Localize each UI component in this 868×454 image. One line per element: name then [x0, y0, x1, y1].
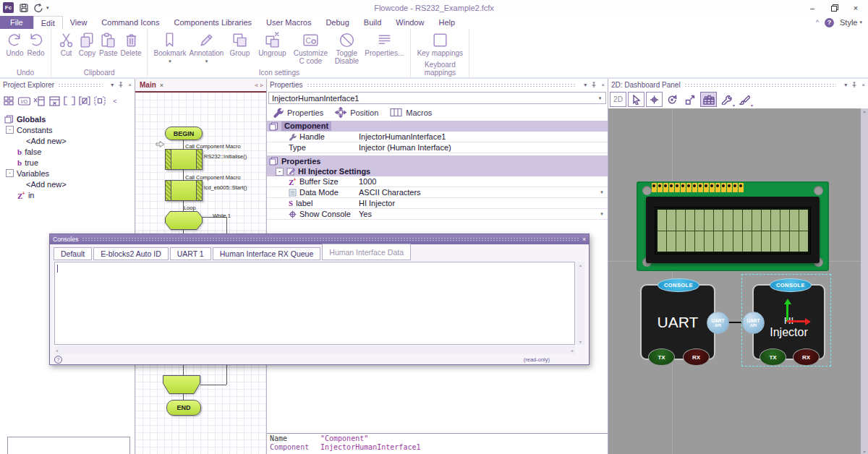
uart-console-badge[interactable]: CONSOLE	[658, 278, 699, 292]
pin-icon[interactable]	[118, 82, 124, 88]
property-row-handle[interactable]: Handle InjectorHumanInterface1	[267, 132, 608, 142]
menu-window[interactable]: Window	[388, 16, 431, 29]
collapse-expander-icon[interactable]: -	[6, 169, 14, 177]
tree-item-in[interactable]: Z+ in	[0, 189, 135, 200]
menu-command-icons[interactable]: Command Icons	[94, 16, 166, 29]
delete-variable-icon[interactable]	[33, 95, 46, 107]
dashboard-canvas[interactable]: CONSOLE UART TX RX UART API CONSOLE HI I…	[608, 108, 868, 454]
bookmark-button[interactable]: Bookmark ▾	[153, 31, 186, 65]
copy-button[interactable]: Copy	[78, 31, 96, 57]
tree-item-false[interactable]: b false	[0, 146, 135, 157]
console-hscrollbar[interactable]: ◂ ▸	[54, 346, 575, 354]
menu-file[interactable]: File	[0, 16, 33, 29]
tools-button[interactable]: ▾	[718, 92, 735, 107]
dialog-drag-handle[interactable]	[82, 237, 579, 241]
move-tool-button[interactable]	[646, 92, 663, 107]
component-selector[interactable]: InjectorHumanInterface1 ▾	[268, 92, 606, 104]
selector-caret-icon[interactable]: ▾	[595, 93, 605, 103]
flow-end[interactable]: END	[166, 400, 201, 416]
panel-drag-handle[interactable]	[58, 83, 103, 87]
pin-icon[interactable]	[851, 82, 857, 88]
tab-macros[interactable]: Macros	[390, 108, 432, 117]
export-box-icon[interactable]	[48, 95, 61, 107]
toggle-disable-button[interactable]: Toggle Disable	[332, 31, 361, 65]
menu-debug[interactable]: Debug	[318, 16, 356, 29]
close-button[interactable]: ×	[845, 0, 867, 16]
scroll-up-icon[interactable]: ▴	[863, 108, 865, 113]
tab-nav-forward-icon[interactable]: ▹	[260, 82, 263, 88]
panel-menu-caret-icon[interactable]: ▾	[844, 82, 847, 88]
io-icon[interactable]: I/O	[17, 95, 30, 107]
flow-loop-end-shape[interactable]	[163, 375, 200, 394]
injector-rx-pin[interactable]: RX	[793, 348, 820, 366]
uart-api-port[interactable]: UART API	[707, 312, 729, 334]
customize-c-code-button[interactable]: C Customize C code	[292, 31, 329, 65]
scroll-left-icon[interactable]: ◂	[56, 348, 58, 353]
scroll-down-icon[interactable]: ▾	[863, 449, 865, 454]
dropdown-caret-icon[interactable]: ▾	[596, 189, 608, 195]
tab-properties[interactable]: Properties	[273, 107, 323, 118]
scroll-down-icon[interactable]: ▾	[579, 339, 582, 344]
property-row-show-console[interactable]: Show Console Yes ▾	[267, 209, 608, 220]
menu-edit[interactable]: Edit	[33, 16, 63, 29]
injector-api-port[interactable]: UART API	[742, 312, 765, 334]
uart-component[interactable]: UART	[640, 284, 715, 360]
annotation-button[interactable]: Annotation ▾	[190, 31, 224, 65]
properties-button[interactable]: Properties...	[364, 31, 404, 57]
menu-build[interactable]: Build	[357, 16, 388, 29]
components-button[interactable]	[700, 92, 717, 107]
menu-help[interactable]: Help	[431, 16, 462, 29]
collapse-ribbon-icon[interactable]: ^	[816, 19, 819, 26]
tree-item-add-variable[interactable]: <Add new>	[0, 179, 135, 189]
panel-drag-handle[interactable]	[684, 83, 837, 87]
consoles-dialog-titlebar[interactable]: Consoles ×	[50, 234, 589, 244]
console-tab-default[interactable]: Default	[54, 247, 92, 260]
help-icon[interactable]: ?	[825, 18, 834, 27]
lcd-component[interactable]	[637, 181, 829, 271]
uart-rx-pin[interactable]: RX	[683, 348, 710, 366]
injector-console-badge[interactable]: CONSOLE	[770, 278, 812, 292]
menu-view[interactable]: View	[63, 16, 95, 29]
scroll-right-icon[interactable]: ▸	[571, 348, 574, 353]
uart-tx-pin[interactable]: TX	[648, 348, 675, 366]
delete-button[interactable]: Delete	[121, 31, 142, 57]
tab-main[interactable]: Main ×	[135, 81, 168, 89]
rotate-tool-button[interactable]	[664, 92, 681, 107]
tree-item-globals[interactable]: Globals	[0, 113, 135, 124]
tab-position[interactable]: Position	[335, 107, 378, 118]
scroll-up-icon[interactable]: ▴	[579, 262, 582, 267]
console-vscrollbar[interactable]: ▴ ▾	[576, 262, 584, 345]
dashboard-scrollbar[interactable]: ▴ ▾	[861, 108, 868, 454]
select-cursor-button[interactable]	[628, 92, 644, 107]
restore-button[interactable]	[824, 0, 846, 16]
menu-user-macros[interactable]: User Macros	[259, 16, 318, 29]
property-row-type[interactable]: Type Injector (Human Interface)	[267, 142, 608, 153]
property-group-hi-injector-settings[interactable]: - HI Injector Settings	[267, 166, 608, 176]
tree-item-add-constant[interactable]: <Add new>	[0, 135, 135, 146]
panel-drag-handle[interactable]	[307, 83, 576, 87]
console-tab-uart1[interactable]: UART 1	[170, 247, 211, 260]
console-tab-eblocks2[interactable]: E-blocks2 Auto ID	[93, 247, 168, 260]
property-row-buffer-size[interactable]: Z+Buffer Size 1000	[267, 176, 608, 187]
tab-close-icon[interactable]: ×	[160, 82, 163, 89]
dashed-box-icon[interactable]	[93, 95, 106, 107]
tree-item-variables[interactable]: - Variables	[0, 168, 135, 179]
tree-item-constants[interactable]: - Constants	[0, 124, 135, 135]
cut-button[interactable]: Cut	[57, 31, 75, 57]
brackets-icon[interactable]	[63, 95, 76, 107]
tree-item-true[interactable]: b true	[0, 157, 135, 168]
panel-close-icon[interactable]: ×	[861, 82, 865, 88]
2d-mode-button[interactable]: 2D	[610, 92, 626, 107]
panel-close-icon[interactable]: ×	[128, 82, 132, 88]
flow-call1-box[interactable]	[165, 149, 203, 170]
dialog-close-icon[interactable]: ×	[582, 236, 586, 243]
tab-nav-back-icon[interactable]: ◃	[255, 82, 258, 88]
property-row-data-mode[interactable]: Data Mode ASCII Characters ▾	[267, 187, 608, 198]
property-row-label[interactable]: Slabel HI Injector	[267, 198, 608, 209]
injector-tx-pin[interactable]: TX	[760, 348, 786, 366]
flow-loop-start-shape[interactable]	[165, 211, 203, 230]
scale-tool-button[interactable]	[682, 92, 699, 107]
panel-menu-caret-icon[interactable]: ▾	[584, 82, 587, 88]
redo-button[interactable]: Redo	[27, 31, 45, 57]
gizmo-y-axis-arrow[interactable]	[786, 301, 788, 322]
